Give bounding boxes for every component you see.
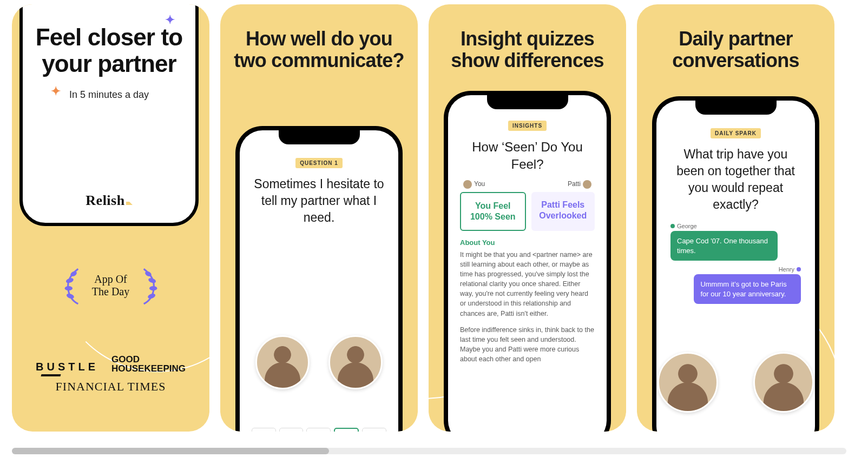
partner-label: Patti <box>568 180 581 188</box>
scrollbar-thumb[interactable] <box>12 448 329 454</box>
partner-result: Patti Feels Overlooked <box>531 192 595 231</box>
user-dot-icon <box>670 224 675 228</box>
press-logos: BUSTLE GOOD HOUSEKEEPING FINANCIAL TIMES <box>12 355 209 394</box>
likert-option-3[interactable]: 3 <box>306 428 331 432</box>
phone-mockup: INSIGHTS How ‘Seen’ Do You Feel? You Pat… <box>444 91 611 432</box>
horizontal-scrollbar[interactable] <box>12 448 846 454</box>
svg-point-7 <box>147 293 155 300</box>
chat-bubble: Ummmm it's got to be Paris for our 10 ye… <box>694 274 801 304</box>
phone-mockup: QUESTION 1 Sometimes I hesitate to tell … <box>235 126 403 432</box>
avatar-icon <box>463 180 472 189</box>
phone-notch <box>487 95 568 109</box>
card-heading: How well do you two communicate? <box>220 28 418 72</box>
screenshot-3[interactable]: Insight quizzes show differences INSIGHT… <box>429 4 626 432</box>
likert-scale: 1 2 3 4 5 <box>252 428 386 432</box>
likert-option-2[interactable]: 2 <box>279 428 304 432</box>
hero-panel: ✦ ✦ Feel closer to your partner In 5 min… <box>19 4 199 226</box>
svg-point-2 <box>64 286 72 290</box>
avatar <box>255 335 310 389</box>
svg-point-6 <box>149 286 157 290</box>
screenshot-4[interactable]: Daily partner conversations DAILY SPARK … <box>637 4 834 432</box>
phone-notch <box>695 101 777 115</box>
you-label: You <box>474 180 485 188</box>
likert-option-1[interactable]: 1 <box>252 428 276 432</box>
sender-name: Henry <box>779 266 794 273</box>
chat-thread: George Cape Cod '07. One thousand times.… <box>668 223 803 304</box>
user-dot-icon <box>797 267 801 271</box>
card-heading: Insight quizzes show differences <box>429 28 626 72</box>
sender-name: George <box>677 223 697 229</box>
award-badge: App Of The Day <box>12 266 209 307</box>
svg-point-3 <box>65 293 74 300</box>
likert-option-5[interactable]: 5 <box>362 428 386 432</box>
screenshot-1[interactable]: ✦ ✦ Feel closer to your partner In 5 min… <box>12 4 209 432</box>
brand-logo: Relish <box>23 193 195 209</box>
laurel-right-icon <box>137 266 162 305</box>
sparkle-icon: ✦ <box>165 13 175 27</box>
avatar <box>328 335 383 389</box>
hero-subline: In 5 minutes a day <box>23 89 195 101</box>
avatar-row <box>637 352 834 413</box>
insight-title: How ‘Seen’ Do You Feel? <box>460 138 595 174</box>
avatar <box>753 352 814 413</box>
question-badge: QUESTION 1 <box>295 158 343 168</box>
about-paragraph-2: Before indifference sinks in, think back… <box>460 325 595 364</box>
card-heading: Daily partner conversations <box>637 28 834 72</box>
question-text: Sometimes I hesitate to tell my partner … <box>252 176 386 226</box>
press-bustle: BUSTLE <box>36 361 98 373</box>
chat-bubble: Cape Cod '07. One thousand times. <box>670 231 778 261</box>
you-result: You Feel 100% Seen <box>460 192 526 231</box>
press-good-housekeeping: GOOD HOUSEKEEPING <box>111 355 186 373</box>
screenshot-gallery[interactable]: ✦ ✦ Feel closer to your partner In 5 min… <box>0 0 868 441</box>
sparkle-icon: ✦ <box>51 84 61 98</box>
about-paragraph-1: It might be that you and <partner name> … <box>460 250 595 319</box>
participants-row: You Patti <box>460 180 595 192</box>
insights-badge: INSIGHTS <box>508 121 547 131</box>
phone-notch <box>279 130 360 144</box>
daily-spark-badge: DAILY SPARK <box>711 128 761 138</box>
about-heading: About You <box>460 238 595 247</box>
avatar <box>657 352 718 413</box>
hero-headline: Feel closer to your partner <box>23 24 195 77</box>
avatar-icon <box>583 180 591 189</box>
press-financial-times: FINANCIAL TIMES <box>12 380 209 394</box>
award-text: App Of The Day <box>89 273 133 298</box>
laurel-left-icon <box>60 266 85 305</box>
likert-option-4[interactable]: 4 <box>334 428 359 432</box>
prompt-text: What trip have you been on together that… <box>668 146 803 213</box>
avatar-row <box>240 335 398 389</box>
screenshot-2[interactable]: How well do you two communicate? QUESTIO… <box>220 4 418 432</box>
